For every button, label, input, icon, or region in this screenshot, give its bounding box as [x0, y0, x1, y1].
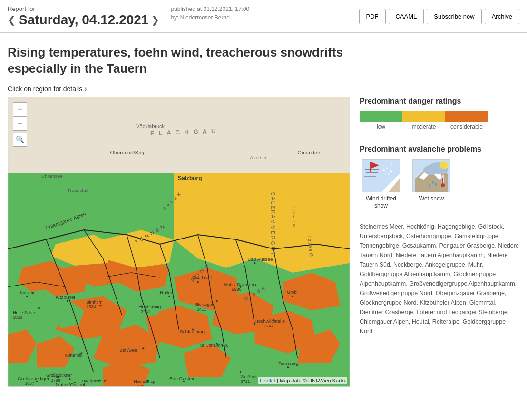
svg-text:Hoher Dachstein: Hoher Dachstein: [224, 282, 256, 286]
svg-point-79: [240, 371, 242, 373]
chevron-right-icon: ›: [84, 85, 87, 93]
svg-point-54: [197, 281, 199, 283]
svg-text:Oberndorf/Sbg.: Oberndorf/Sbg.: [110, 149, 146, 155]
published-by: by: Niedermoser Bernd: [171, 13, 249, 22]
subscribe-button[interactable]: Subscribe now: [427, 9, 481, 24]
svg-point-126: [435, 183, 437, 186]
click-region-label: Click on region for details: [8, 85, 82, 93]
svg-point-39: [26, 295, 28, 297]
avalanche-title: Predominant avalanche problems: [360, 138, 519, 153]
svg-point-121: [440, 162, 448, 169]
avalanche-section: Predominant avalanche problems: [360, 138, 519, 210]
top-buttons: PDF CAAML Subscribe now Archive: [359, 9, 519, 24]
svg-point-110: [390, 170, 392, 172]
legend-label-considerable: considerable: [445, 124, 488, 130]
map-footer: Leaflet | Map data © UNI-Wien Karto: [258, 377, 347, 384]
svg-text:Hohe Salve: Hohe Salve: [13, 310, 35, 315]
wind-drifted-label: Wind driftedsnow: [366, 195, 396, 210]
page-title: Rising temperatures, foehn wind, treache…: [0, 33, 352, 83]
svg-text:Zelt/See: Zelt/See: [119, 347, 137, 353]
svg-text:3657: 3657: [25, 381, 34, 386]
map-controls: + − 🔍: [13, 102, 27, 147]
svg-point-44: [67, 300, 68, 302]
wet-snow-label: Wet snow: [419, 195, 444, 203]
svg-text:Gröbi: Gröbi: [287, 289, 297, 294]
svg-text:S A L Z K A M M E R G U T: S A L Z K A M M E R G U T: [270, 192, 276, 255]
svg-text:Heiligenblut: Heiligenblut: [82, 378, 107, 383]
svg-text:Tamsweg: Tamsweg: [278, 361, 298, 366]
svg-rect-129: [442, 178, 443, 184]
svg-point-108: [383, 169, 385, 171]
zoom-in-button[interactable]: +: [13, 102, 27, 116]
wet-snow-box: Wet snow: [410, 159, 453, 210]
svg-point-46: [100, 305, 102, 306]
svg-point-56: [254, 262, 255, 264]
svg-point-111: [388, 173, 390, 174]
search-button[interactable]: 🔍: [13, 133, 27, 147]
svg-text:Großvenediger: Großvenediger: [18, 376, 49, 381]
svg-point-41: [38, 307, 40, 309]
legend-bar-moderate: [402, 111, 445, 122]
svg-text:Matrei/Osttirol: Matrei/Osttirol: [56, 382, 85, 386]
danger-title: Predominant danger ratings: [360, 97, 519, 105]
svg-text:2747: 2747: [264, 324, 273, 328]
top-bar: Report for ❮ Saturday, 04.12.2021 ❯ publ…: [0, 0, 527, 33]
svg-point-109: [387, 167, 388, 169]
date-text: Saturday, 04.12.2021: [19, 12, 148, 28]
svg-text:2634: 2634: [87, 304, 96, 309]
avalanche-icons: * * * Wind driftedsnow: [360, 159, 519, 210]
svg-point-66: [292, 295, 293, 297]
svg-text:*: *: [391, 163, 392, 167]
svg-text:Salzburg: Salzburg: [178, 175, 202, 181]
svg-text:*: *: [385, 173, 387, 176]
svg-text:Hochalmsp.: Hochalmsp.: [134, 379, 156, 384]
svg-text:Birnhorn: Birnhorn: [87, 299, 103, 304]
published-info: published at 03.12.2021, 17:00 by: Niede…: [171, 5, 249, 22]
svg-text:Kufstein: Kufstein: [20, 290, 35, 295]
svg-point-52: [168, 295, 170, 297]
published-at: published at 03.12.2021, 17:00: [171, 5, 249, 13]
caaml-button[interactable]: CAAML: [389, 9, 424, 24]
legend-bars: [360, 111, 519, 122]
svg-text:2941: 2941: [141, 309, 150, 314]
svg-text:2411: 2411: [197, 306, 206, 311]
svg-text:T R A U N: T R A U N: [292, 206, 297, 227]
svg-point-127: [429, 184, 430, 187]
svg-rect-106: [370, 162, 371, 172]
svg-point-125: [432, 181, 434, 184]
next-arrow[interactable]: ❯: [151, 14, 159, 26]
click-region-hint[interactable]: Click on region for details ›: [0, 83, 527, 97]
svg-point-82: [287, 366, 289, 368]
svg-text:Kitzbühel: Kitzbühel: [56, 294, 75, 299]
legend-label-moderate: moderate: [402, 124, 445, 130]
pdf-button[interactable]: PDF: [359, 9, 386, 24]
svg-line-123: [448, 161, 449, 162]
svg-text:Vöcklabruck: Vöcklabruck: [136, 123, 165, 129]
svg-text:Bad Gastein: Bad Gastein: [169, 376, 195, 381]
svg-text:Hochkönig: Hochkönig: [138, 304, 161, 309]
wind-drifted-snow-icon: * * *: [362, 159, 400, 192]
zoom-out-button[interactable]: −: [13, 116, 27, 131]
svg-text:Chiemsee: Chiemsee: [41, 173, 63, 179]
legend-bar-considerable: [445, 111, 488, 122]
archive-button[interactable]: Archive: [485, 9, 519, 24]
legend-label-low: low: [360, 124, 402, 130]
leaflet-link[interactable]: Leaflet: [260, 378, 275, 383]
prev-arrow[interactable]: ❮: [8, 14, 16, 26]
svg-text:Hochwildstelle: Hochwildstelle: [254, 318, 285, 324]
wet-snow-icon: [412, 159, 450, 192]
legend-bar-low: [360, 111, 402, 122]
svg-text:Traunstein: Traunstein: [68, 188, 90, 193]
wind-drifted-snow-box: * * * Wind driftedsnow: [360, 159, 402, 210]
regions-list: Steinernes Meer, Hochkönig, Hagengebirge…: [360, 217, 519, 336]
svg-text:Weißeck: Weißeck: [241, 374, 257, 379]
svg-text:Großglockner: Großglockner: [46, 373, 72, 378]
svg-point-95: [69, 378, 71, 380]
svg-text:St. Johann/Po.: St. Johann/Po.: [200, 343, 228, 348]
map-container[interactable]: + − 🔍: [8, 97, 350, 387]
svg-text:Hallein: Hallein: [160, 289, 174, 295]
map-svg: F L A C H G A U Vöcklabruck Oberndorf/Sb…: [8, 97, 350, 386]
svg-text:Gmunden: Gmunden: [297, 149, 320, 155]
report-label: Report for: [8, 5, 159, 12]
svg-text:2711: 2711: [241, 379, 250, 384]
